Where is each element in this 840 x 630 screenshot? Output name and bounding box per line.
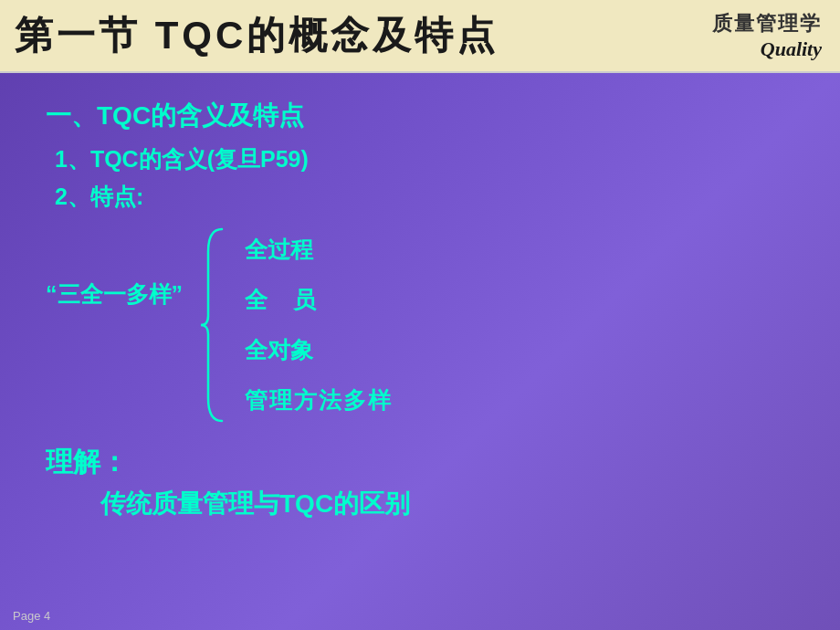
sanquan-label: “三全一多样” bbox=[46, 279, 183, 310]
brace-symbol bbox=[199, 225, 226, 425]
understand-label: 理解： bbox=[46, 444, 803, 481]
logo-chinese: 质量管理学 bbox=[712, 10, 822, 37]
feature-quanduixiang: 全对象 bbox=[245, 335, 393, 365]
bottom-section: 理解： 传统质量管理与TQC的区别 bbox=[46, 444, 803, 521]
logo-english: Quality bbox=[761, 37, 822, 61]
header: 第一节 TQC的概念及特点 质量管理学 Quality bbox=[0, 0, 840, 73]
slide-title: 第一节 TQC的概念及特点 bbox=[15, 10, 499, 61]
tqc-bold: TQC bbox=[279, 489, 333, 518]
slide: 第一节 TQC的概念及特点 质量管理学 Quality 一、TQC的含义及特点 … bbox=[0, 0, 840, 630]
main-content: 一、TQC的含义及特点 1、TQC的含义(复旦P59) 2、特点: “三全一多样… bbox=[0, 73, 840, 630]
features-row: “三全一多样” 全过程 全 员 全对象 管理方法多样 bbox=[46, 225, 803, 425]
understand-sub: 传统质量管理与TQC的区别 bbox=[100, 487, 803, 521]
page-number: Page 4 bbox=[13, 609, 50, 623]
item1: 1、TQC的含义(复旦P59) bbox=[55, 144, 803, 174]
item2: 2、特点: bbox=[55, 182, 803, 212]
feature-guanli: 管理方法多样 bbox=[245, 385, 393, 415]
feature-quanyuan: 全 员 bbox=[245, 285, 393, 315]
feature-quanguocheng: 全过程 bbox=[245, 235, 393, 265]
section-heading: 一、TQC的含义及特点 bbox=[46, 99, 803, 133]
features-list: 全过程 全 员 全对象 管理方法多样 bbox=[245, 225, 393, 425]
header-logo: 质量管理学 Quality bbox=[712, 10, 822, 61]
understand-sub-text: 传统质量管理与TQC的区别 bbox=[100, 489, 410, 518]
